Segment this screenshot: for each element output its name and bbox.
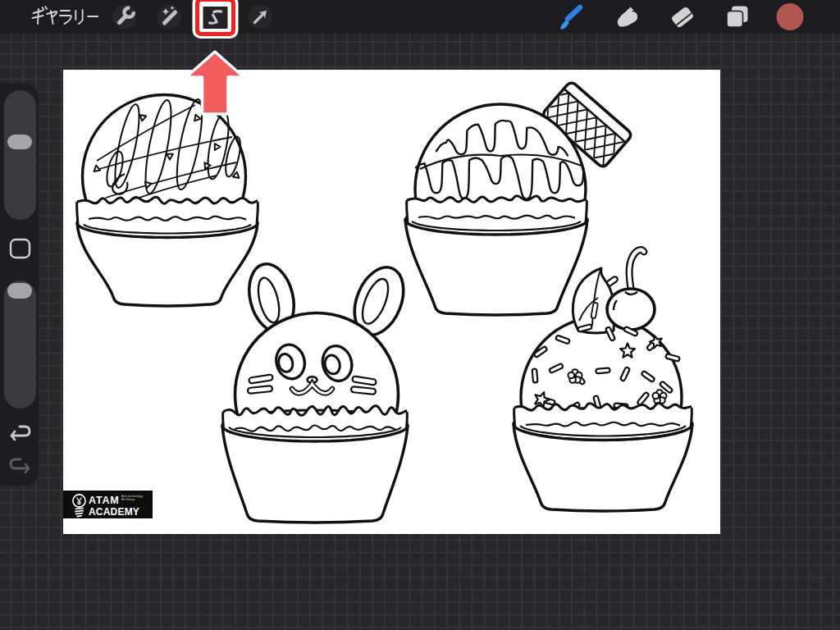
svg-text:ACADEMY: ACADEMY [89,506,139,518]
svg-text:Arts technology: Arts technology [121,495,143,498]
svg-text:Art library: Art library [121,498,135,501]
svg-text:ATAM: ATAM [89,495,119,506]
